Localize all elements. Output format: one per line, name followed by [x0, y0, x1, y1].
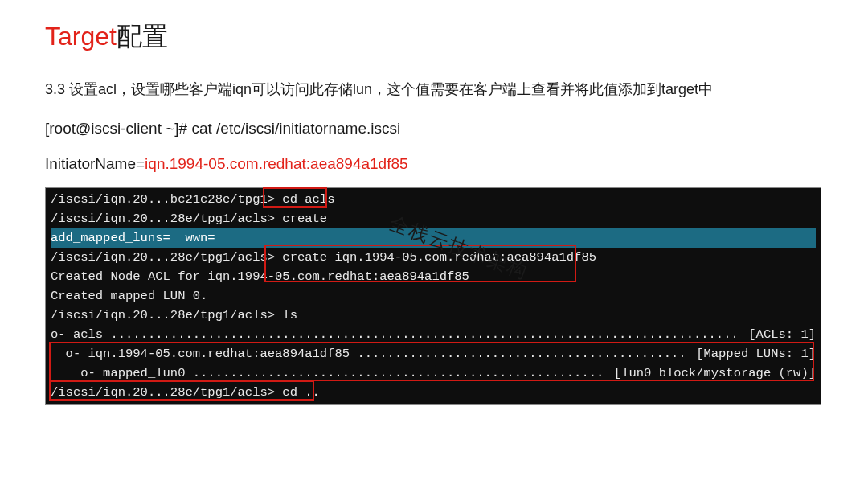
initiator-value: iqn.1994-05.com.redhat:aea894a1df85	[145, 155, 407, 172]
initiator-label: InitiatorName=	[45, 155, 145, 172]
term-line-4: /iscsi/iqn.20...28e/tpg1/acls> create iq…	[51, 248, 816, 267]
term-cmd-create-iqn: create iqn.1994-05.com.redhat:aea894a1df…	[275, 250, 596, 265]
term-line-7: /iscsi/iqn.20...28e/tpg1/acls> ls	[51, 306, 816, 325]
section-description: 3.3 设置acl，设置哪些客户端iqn可以访问此存储lun，这个值需要在客户端…	[45, 79, 823, 101]
page-title: Target配置	[45, 19, 823, 55]
term-ls-iqn: o- iqn.1994-05.com.redhat:aea894a1df85 […	[51, 344, 816, 364]
title-black: 配置	[117, 22, 168, 51]
terminal-screenshot: /iscsi/iqn.20...bc21c28e/tpg1> cd acls /…	[45, 187, 821, 405]
term-line-1: /iscsi/iqn.20...bc21c28e/tpg1> cd acls	[51, 190, 816, 209]
term-ls-acls: o- acls [ACLs: 1]	[51, 325, 816, 344]
title-red: Target	[45, 22, 117, 51]
term-line-11: /iscsi/iqn.20...28e/tpg1/acls> cd ..	[51, 383, 816, 402]
term-line-2: /iscsi/iqn.20...28e/tpg1/acls> create	[51, 209, 816, 228]
shell-command: [root@iscsi-client ~]# cat /etc/iscsi/in…	[45, 120, 823, 138]
initiator-name: InitiatorName=iqn.1994-05.com.redhat:aea…	[45, 155, 823, 173]
term-ls-mapped-lun: o- mapped_lun0 [lun0 block/mystorage (rw…	[51, 364, 816, 383]
term-line-6: Created mapped LUN 0.	[51, 286, 816, 306]
term-line-3-highlight: add_mapped_luns= wwn=	[51, 228, 816, 248]
term-line-5: Created Node ACL for iqn.1994-05.com.red…	[51, 267, 816, 286]
term-cmd-cd-acls: cd acls	[275, 192, 342, 207]
